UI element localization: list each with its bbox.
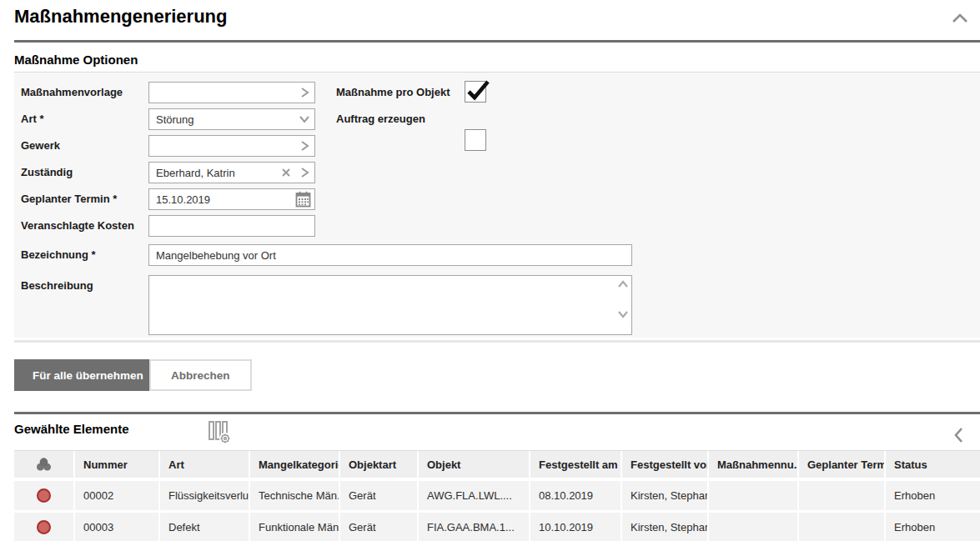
massnahme-pro-objekt-checkbox[interactable] bbox=[465, 81, 486, 103]
row-status-cell bbox=[14, 513, 73, 541]
table-row[interactable]: 00002 Flüssigkeitsverlust Technische Män… bbox=[14, 481, 980, 510]
row-status-cell bbox=[14, 481, 73, 510]
cell-art: Flüssigkeitsverlust bbox=[160, 481, 249, 510]
beschreibung-field-wrap bbox=[148, 275, 632, 335]
cell-nummer: 00003 bbox=[75, 513, 158, 541]
column-header-geplanter-termin[interactable]: Geplanter Termin bbox=[799, 451, 884, 478]
cell-mangelkategorie: Funktionale Män... bbox=[250, 513, 339, 541]
cell-status: Erhoben bbox=[886, 513, 980, 541]
value-help-icon[interactable] bbox=[299, 140, 310, 152]
massnahmenvorlage-label: Maßnahmenvorlage bbox=[21, 86, 146, 98]
beschreibung-label: Beschreibung bbox=[21, 279, 146, 292]
header-separator bbox=[14, 40, 980, 43]
red-status-icon bbox=[37, 488, 51, 503]
navigate-back-button[interactable] bbox=[953, 427, 963, 447]
elements-table: Nummer Art Mangelkategorie Objektart Obj… bbox=[14, 450, 980, 541]
bezeichnung-field-wrap bbox=[148, 244, 632, 266]
red-status-icon bbox=[37, 520, 51, 534]
elements-section-title: Gewählte Elemente bbox=[14, 422, 129, 436]
auftrag-erzeugen-label: Auftrag erzeugen bbox=[336, 113, 461, 125]
veranschlagte-kosten-label: Veranschlagte Kosten bbox=[21, 219, 146, 232]
options-panel-separator bbox=[14, 340, 980, 343]
massnahme-pro-objekt-label: Maßnahme pro Objekt bbox=[336, 86, 461, 98]
classification-icon bbox=[36, 458, 52, 472]
column-header-art[interactable]: Art bbox=[160, 451, 249, 478]
chevron-left-icon bbox=[953, 427, 963, 443]
veranschlagte-kosten-input[interactable] bbox=[148, 215, 315, 237]
cell-massnahmennummer bbox=[709, 513, 797, 541]
options-section-title: Maßnahme Optionen bbox=[14, 53, 138, 67]
table-header-row: Nummer Art Mangelkategorie Objektart Obj… bbox=[14, 450, 980, 478]
column-header-nummer[interactable]: Nummer bbox=[75, 451, 158, 478]
art-label: Art * bbox=[21, 113, 146, 125]
art-select[interactable] bbox=[148, 108, 315, 130]
bezeichnung-input[interactable] bbox=[148, 244, 632, 266]
checkmark-icon bbox=[465, 78, 491, 103]
cell-mangelkategorie: Technische Män... bbox=[250, 481, 339, 510]
cell-geplanter-termin bbox=[799, 481, 884, 510]
zustaendig-field-wrap bbox=[148, 162, 315, 183]
massnahmenvorlage-input[interactable] bbox=[148, 82, 315, 103]
cell-objekt: AWG.FLA.LWL.... bbox=[419, 481, 529, 510]
collapse-panel-button[interactable] bbox=[952, 12, 968, 27]
gewerk-input[interactable] bbox=[148, 135, 315, 157]
geplanter-termin-label: Geplanter Termin * bbox=[21, 193, 146, 205]
scroll-up-icon[interactable] bbox=[617, 280, 629, 288]
chevron-down-icon[interactable] bbox=[299, 113, 310, 125]
calendar-icon[interactable] bbox=[295, 191, 312, 208]
column-header-objektart[interactable]: Objektart bbox=[340, 451, 417, 478]
cell-nummer: 00002 bbox=[75, 481, 158, 510]
column-header-status[interactable]: Status bbox=[886, 451, 980, 478]
gewerk-field-wrap bbox=[148, 135, 315, 157]
beschreibung-textarea[interactable] bbox=[148, 275, 632, 335]
value-help-icon[interactable] bbox=[299, 87, 310, 98]
classification-column-header[interactable] bbox=[14, 451, 73, 478]
abbrechen-button[interactable]: Abbrechen bbox=[149, 359, 252, 391]
table-row[interactable]: 00003 Defekt Funktionale Män... Gerät FI… bbox=[14, 513, 980, 541]
cell-geplanter-termin bbox=[799, 513, 884, 541]
clear-icon[interactable] bbox=[280, 167, 292, 178]
cell-festgestellt-am: 08.10.2019 bbox=[530, 481, 621, 510]
cell-objekt: FIA.GAA.BMA.1... bbox=[419, 513, 529, 541]
column-header-festgestellt-von[interactable]: Festgestellt von bbox=[622, 451, 707, 478]
auftrag-erzeugen-checkbox[interactable] bbox=[465, 129, 486, 151]
cell-objektart: Gerät bbox=[340, 513, 417, 541]
cell-festgestellt-von: Kirsten, Stephan bbox=[622, 513, 707, 541]
column-header-mangelkategorie[interactable]: Mangelkategorie bbox=[250, 451, 339, 478]
scroll-down-icon[interactable] bbox=[617, 310, 629, 318]
cell-festgestellt-am: 10.10.2019 bbox=[530, 513, 621, 541]
geplanter-termin-field-wrap bbox=[148, 188, 315, 210]
veranschlagte-kosten-field-wrap bbox=[148, 215, 315, 237]
cell-status: Erhoben bbox=[886, 481, 980, 510]
zustaendig-label: Zuständig bbox=[21, 166, 146, 178]
bezeichnung-label: Bezeichnung * bbox=[21, 248, 146, 261]
cell-art: Defekt bbox=[160, 513, 249, 541]
chevron-up-icon bbox=[952, 13, 968, 23]
cell-objektart: Gerät bbox=[340, 481, 417, 510]
column-header-festgestellt-am[interactable]: Festgestellt am bbox=[530, 451, 621, 478]
art-field-wrap bbox=[148, 108, 315, 130]
cell-massnahmennummer bbox=[709, 481, 797, 510]
fuer-alle-uebernehmen-button[interactable]: Für alle übernehmen bbox=[14, 359, 162, 391]
geplanter-termin-input[interactable] bbox=[148, 188, 315, 210]
cell-festgestellt-von: Kirsten, Stephan bbox=[622, 481, 707, 510]
gewerk-label: Gewerk bbox=[21, 139, 146, 152]
column-header-massnahmennummer[interactable]: Maßnahmennu... bbox=[709, 451, 797, 478]
column-settings-icon bbox=[209, 421, 232, 444]
massnahmengenerierung-page: Maßnahmengenerierung Maßnahme Optionen M… bbox=[0, 0, 980, 541]
column-header-objekt[interactable]: Objekt bbox=[419, 451, 529, 478]
column-settings-button[interactable] bbox=[209, 421, 232, 448]
value-help-icon[interactable] bbox=[299, 167, 310, 178]
elements-separator bbox=[14, 412, 980, 414]
page-title: Maßnahmengenerierung bbox=[14, 6, 227, 28]
massnahmenvorlage-field-wrap bbox=[148, 82, 315, 103]
